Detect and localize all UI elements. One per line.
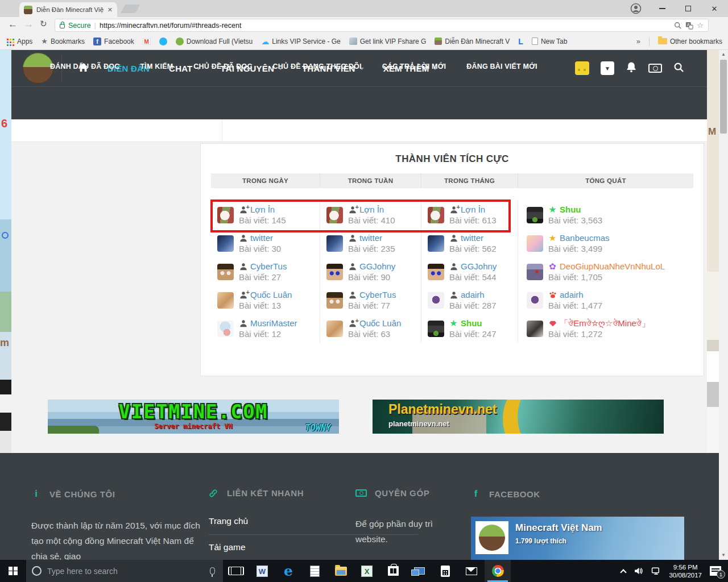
tray-chevron-icon[interactable] xyxy=(621,569,627,575)
avatar[interactable] xyxy=(428,292,444,309)
taskbar-notepad[interactable] xyxy=(301,560,328,582)
taskbar-remote-desktop[interactable] xyxy=(406,560,432,582)
banner-planetmine[interactable]: Planetminevn.net planetminevn.net xyxy=(373,400,664,434)
subnav-new-replies[interactable]: CÁC TRẢ LỜI MỚI xyxy=(382,63,446,70)
member-link[interactable]: Shuu xyxy=(560,204,581,215)
bookmark-download-full[interactable]: Download Full (Vietsu xyxy=(176,38,253,45)
bookmark-new-tab[interactable]: New Tab xyxy=(532,38,567,45)
currency-icon[interactable] xyxy=(648,64,662,73)
bookmark-l[interactable] xyxy=(518,37,523,46)
new-tab-button[interactable] xyxy=(121,5,140,13)
scroll-up-icon[interactable]: ▲ xyxy=(719,50,728,59)
taskbar-edge[interactable]: e xyxy=(275,560,301,582)
avatar[interactable] xyxy=(527,292,543,309)
taskbar-word[interactable]: W xyxy=(249,560,275,582)
bookmark-bookmarks[interactable]: Bookmarks xyxy=(41,37,85,45)
bell-icon[interactable] xyxy=(626,61,637,75)
bookmark-star-icon[interactable]: ☆ xyxy=(697,21,704,30)
member-link[interactable]: adairh xyxy=(461,289,485,300)
banner-vietmine[interactable]: VIETMINE.COM Server minecraft VN TOWNY xyxy=(48,400,339,434)
avatar[interactable] xyxy=(527,207,543,223)
avatar[interactable] xyxy=(326,321,343,337)
network-icon[interactable] xyxy=(651,566,661,576)
member-link[interactable]: Quốc Luân xyxy=(359,318,401,329)
avatar[interactable] xyxy=(527,235,543,252)
member-link[interactable]: Banbeucmas xyxy=(560,232,610,243)
member-link[interactable]: CyberTus xyxy=(250,261,287,272)
url-text[interactable]: https://minecraftvn.net/forum/#threads-r… xyxy=(100,22,671,30)
bookmark-facebook[interactable]: Facebook xyxy=(93,38,134,45)
taskbar-explorer[interactable] xyxy=(328,560,354,582)
browser-tab[interactable]: Diễn Đàn Minecraft Việt ✕ xyxy=(19,2,117,17)
taskbar-clock[interactable]: 9:56 PM30/08/2017 xyxy=(669,563,702,579)
subnav-read-threads[interactable]: CHỦ ĐỀ ĐÃ ĐỌC xyxy=(193,63,252,70)
subnav-mark-read[interactable]: ĐÁNH DẤU ĐÃ ĐỌC xyxy=(50,63,119,70)
window-close-button[interactable]: ✕ xyxy=(702,0,727,17)
taskbar-mail[interactable] xyxy=(458,560,485,582)
avatar[interactable] xyxy=(217,264,234,280)
member-link[interactable]: 「ঔEmঔ☆ღ☆ঔMineঔ」 xyxy=(560,318,650,329)
bookmark-fshare[interactable]: Get link VIP Fshare G xyxy=(349,38,427,45)
page-scrollbar[interactable]: ▲ ▼ xyxy=(719,50,728,560)
member-link[interactable]: twitter xyxy=(250,232,273,243)
scroll-down-icon[interactable]: ▼ xyxy=(719,551,728,560)
action-center-icon[interactable]: 1 xyxy=(710,566,721,576)
member-link[interactable]: twitter xyxy=(461,232,483,243)
subnav-post-new[interactable]: ĐĂNG BÀI VIẾT MỚI xyxy=(466,63,537,70)
avatar[interactable] xyxy=(217,292,234,309)
member-link[interactable]: adairh xyxy=(560,289,584,300)
avatar[interactable] xyxy=(428,235,444,252)
avatar[interactable] xyxy=(217,321,234,337)
avatar[interactable] xyxy=(527,264,543,280)
other-bookmarks-button[interactable]: Other bookmarks xyxy=(658,38,722,45)
back-icon[interactable]: ← xyxy=(8,19,18,30)
avatar[interactable] xyxy=(428,264,444,280)
avatar[interactable] xyxy=(527,321,543,337)
member-link[interactable]: CyberTus xyxy=(359,289,396,300)
avatar[interactable] xyxy=(326,264,343,280)
reload-icon[interactable]: ↻ xyxy=(40,19,47,29)
member-link[interactable]: Quốc Luân xyxy=(250,289,292,300)
taskbar-search[interactable]: Type here to search xyxy=(26,560,223,582)
avatar[interactable] xyxy=(326,292,343,309)
profile-icon[interactable] xyxy=(630,3,642,14)
start-button[interactable] xyxy=(0,560,26,582)
zoom-icon[interactable] xyxy=(674,22,682,30)
member-link[interactable]: DeoGiupNuaNheVnNhuLoL xyxy=(560,261,665,272)
taskbar-excel[interactable]: X xyxy=(354,560,380,582)
avatar[interactable] xyxy=(326,235,343,252)
inbox-icon[interactable] xyxy=(601,61,614,75)
member-link[interactable]: MusriMaster xyxy=(250,318,297,329)
scrollbar-thumb[interactable] xyxy=(720,60,727,134)
site-logo[interactable] xyxy=(23,53,53,84)
subnav-watched-threads[interactable]: CHỦ ĐỀ ĐANG THEO DÕI xyxy=(273,63,362,70)
taskbar-store[interactable] xyxy=(380,560,406,582)
taskbar-chrome[interactable] xyxy=(485,560,511,582)
avatar[interactable] xyxy=(428,321,444,337)
bookmark-apps[interactable]: Apps xyxy=(6,38,32,45)
window-minimize-button[interactable] xyxy=(650,0,675,17)
bookmark-gmail[interactable] xyxy=(143,38,151,45)
translate-icon[interactable]: A xyxy=(685,22,693,30)
bookmark-chat[interactable] xyxy=(159,38,167,45)
window-maximize-button[interactable] xyxy=(676,0,701,17)
address-bar[interactable]: Secure | https://minecraftvn.net/forum/#… xyxy=(55,19,709,32)
subnav-search[interactable]: TÌM KIẾM xyxy=(140,63,173,70)
member-link[interactable]: Shuu xyxy=(461,318,482,329)
member-link[interactable]: GGJohny xyxy=(359,261,395,272)
user-avatar-icon[interactable] xyxy=(575,61,589,75)
forward-icon[interactable]: → xyxy=(24,19,34,30)
member-link[interactable]: GGJohny xyxy=(461,261,497,272)
task-view-button[interactable] xyxy=(223,560,249,582)
microphone-icon[interactable] xyxy=(210,567,215,575)
bookmark-minecraftvn[interactable]: Diễn Đàn Minecraft V xyxy=(435,38,510,45)
bookmarks-overflow-icon[interactable]: » xyxy=(636,37,640,45)
tab-close-icon[interactable]: ✕ xyxy=(107,6,113,14)
taskbar-calculator[interactable] xyxy=(432,560,458,582)
facebook-page-widget[interactable]: Minecraft Việt Nam 1.799 lượt thích xyxy=(471,517,684,560)
avatar[interactable] xyxy=(217,235,234,252)
speaker-icon[interactable] xyxy=(634,566,643,576)
search-icon[interactable] xyxy=(673,62,684,75)
bookmark-links-vip[interactable]: Links VIP Service - Ge xyxy=(261,37,341,46)
member-link[interactable]: twitter xyxy=(359,232,382,243)
